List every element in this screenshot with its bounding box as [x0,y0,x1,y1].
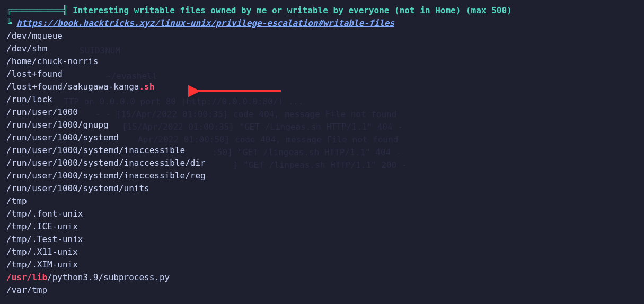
bracket-top: ╔══════════╣ [6,5,68,15]
file-path-line: /run/user/1000/systemd/inaccessible/dir [6,157,638,169]
header-line: ╔══════════╣ Interesting writable files … [6,4,638,17]
file-path-line: /run/user/1000/systemd/units [6,182,638,195]
file-path-line: /lost+found/sakugawa-kanga.sh [6,81,638,93]
file-path-line: /run/user/1000/systemd/inaccessible/reg [6,169,638,182]
file-path-line: /home/chuck-norris [6,55,638,68]
file-path-line: /tmp/.ICE-unix [6,220,638,233]
file-path-line: /dev/mqueue [6,30,638,42]
header-title: Interesting writable files owned by me o… [68,5,512,15]
file-path-line: /run/user/1000/gnupg [6,119,638,131]
file-path-line: /tmp/.X11-unix [6,246,638,258]
link-line: ╚ https://book.hacktricks.xyz/linux-unix… [6,17,638,30]
file-path-line: /dev/shm [6,42,638,55]
file-path-line: /lost+found [6,68,638,81]
file-path-line: /run/user/1000 [6,106,638,119]
file-path-prefix-highlighted: /usr/lib [6,272,47,282]
reference-url[interactable]: https://book.hacktricks.xyz/linux-unix/p… [16,18,394,28]
file-path-line: /run/lock [6,93,638,106]
file-path-suffix-highlighted: .sh [139,82,154,92]
file-path-line: /run/user/1000/systemd [6,131,638,144]
file-path-line: /run/user/1000/systemd/inaccessible [6,144,638,157]
file-path-line: /tmp/.font-unix [6,208,638,220]
file-path-prefix: /lost+found/sakugawa-kanga [6,82,139,92]
file-path-line: /tmp/.XIM-unix [6,258,638,271]
terminal-output: ╔══════════╣ Interesting writable files … [6,4,638,297]
file-path-suffix: /python3.9/subprocess.py [47,272,170,282]
file-path-line: /tmp/.Test-unix [6,233,638,246]
bracket-bottom: ╚ [6,18,16,28]
file-path-line: /tmp [6,195,638,208]
file-path-line: /usr/lib/python3.9/subprocess.py [6,271,638,284]
file-path-line: /var/tmp [6,284,638,297]
